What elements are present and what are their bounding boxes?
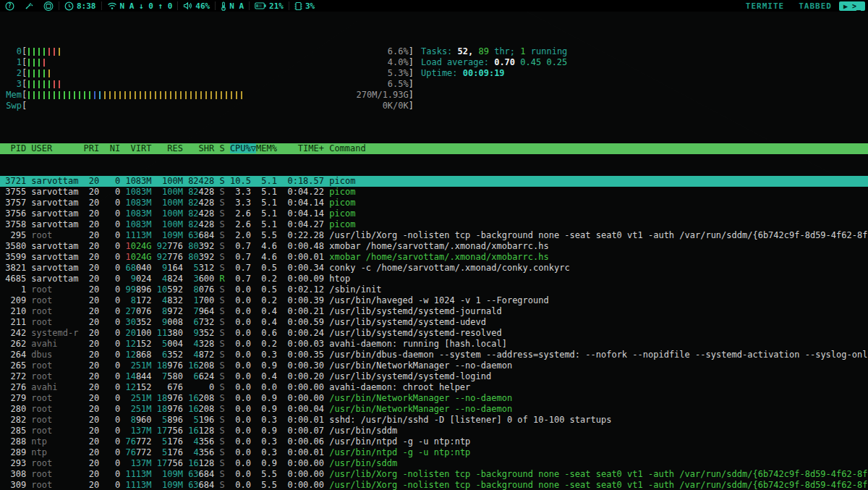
status-help: ? [0, 0, 20, 12]
process-row-282[interactable]: 282 root 20 0 8960 5896 5196 S 0.0 0.3 0… [0, 415, 868, 426]
process-row-3721[interactable]: 3721 sarvottam 20 0 1083M 100M 82428 S 1… [0, 176, 868, 187]
layout-tabbed-label[interactable]: TABBED [791, 1, 839, 11]
volume-text: 46% [195, 1, 210, 11]
plug-icon [25, 1, 33, 10]
process-row-288[interactable]: 288 ntp 20 0 76772 5176 4356 S 0.0 0.3 0… [0, 436, 868, 447]
terminal-window: 0[6.6%]1[4.0%]2[5.3%]3[6.5%]Mem[270M/1.9… [0, 12, 868, 490]
process-row-265[interactable]: 265 root 20 0 251M 18976 16208 S 0.0 0.9… [0, 360, 868, 371]
process-row-308[interactable]: 308 root 20 0 1113M 109M 63684 S 0.0 5.5… [0, 469, 868, 480]
status-volume: 46% [178, 0, 215, 12]
battery-icon [255, 2, 266, 9]
process-row-3599[interactable]: 3599 sarvottam 20 0 1024G 92776 80392 S … [0, 252, 868, 263]
process-row-289[interactable]: 289 ntp 20 0 76772 5176 4356 S 0.0 0.3 0… [0, 447, 868, 458]
wifi-icon [107, 1, 117, 10]
terminal-indicator-badge[interactable]: ▶ >_ [839, 1, 865, 11]
meters: 0[6.6%]1[4.0%]2[5.3%]3[6.5%]Mem[270M/1.9… [0, 46, 414, 111]
tasks-line-2: Uptime: 00:09:19 [421, 68, 868, 79]
meter-0: 0[6.6%] [4, 46, 414, 57]
table-header[interactable]: PID USER PRI NI VIRT RES SHR S CPU%▽MEM%… [0, 143, 868, 154]
column-header-cpu-sort[interactable]: CPU%▽ [230, 143, 256, 153]
meter-3: 3[6.5%] [4, 79, 414, 90]
process-row-3757[interactable]: 3757 sarvottam 20 0 1083M 100M 82428 S 3… [0, 198, 868, 208]
meter-2: 2[5.3%] [4, 68, 414, 79]
process-table: 3721 sarvottam 20 0 1083M 100M 82428 S 1… [0, 176, 868, 490]
status-clock: 8:38 [59, 0, 101, 12]
volume-icon [183, 1, 192, 10]
network-text: N A ↓ 0 ↑ 0 [120, 1, 173, 11]
process-row-295[interactable]: 295 root 20 0 1113M 109M 63684 S 2.0 5.5… [0, 230, 868, 241]
process-row-272[interactable]: 272 root 20 0 14844 7580 6624 S 0.0 0.4 … [0, 371, 868, 382]
meter-mem: Mem[270M/1.93G] [4, 90, 414, 101]
process-row-1[interactable]: 1 root 20 0 99896 10592 8076 S 0.0 0.5 0… [0, 284, 868, 295]
meter-swp: Swp[0K/0K] [4, 101, 414, 111]
layout-termite-label[interactable]: TERMITE [739, 1, 791, 11]
status-plug [20, 0, 38, 12]
memory-text: 3% [305, 1, 315, 11]
clock-icon [64, 1, 74, 11]
process-row-285[interactable]: 285 root 20 0 137M 17756 16128 S 0.0 0.9… [0, 426, 868, 436]
tasks-line-1: Load average: 0.70 0.45 0.25 [421, 57, 868, 68]
process-row-279[interactable]: 279 root 20 0 251M 18976 16208 S 0.0 0.9… [0, 393, 868, 404]
process-row-3755[interactable]: 3755 sarvottam 20 0 1083M 100M 82428 S 3… [0, 187, 868, 198]
thermometer-icon [221, 1, 226, 11]
process-row-264[interactable]: 264 dbus 20 0 12868 6352 4872 S 0.0 0.3 … [0, 350, 868, 360]
process-row-3580[interactable]: 3580 sarvottam 20 0 1024G 92776 80392 S … [0, 241, 868, 252]
status-battery: 21% [250, 0, 289, 12]
process-row-211[interactable]: 211 root 20 0 30352 9008 6732 S 0.0 0.4 … [0, 317, 868, 328]
process-row-210[interactable]: 210 root 20 0 27076 8972 7964 S 0.0 0.4 … [0, 306, 868, 317]
process-row-293[interactable]: 293 root 20 0 137M 17756 16128 S 0.0 0.9… [0, 458, 868, 469]
process-row-4685[interactable]: 4685 sarvottam 20 0 9024 4824 3600 R 0.7… [0, 274, 868, 284]
process-row-3756[interactable]: 3756 sarvottam 20 0 1083M 100M 82428 S 2… [0, 208, 868, 219]
process-row-3821[interactable]: 3821 sarvottam 20 0 68040 9164 5312 S 0.… [0, 263, 868, 274]
status-memory: 3% [289, 0, 320, 12]
process-row-242[interactable]: 242 systemd-r 20 0 20100 11380 9352 S 0.… [0, 328, 868, 339]
process-row-262[interactable]: 262 avahi 20 0 12152 5004 4328 S 0.0 0.2… [0, 339, 868, 350]
status-window [38, 0, 59, 12]
process-row-276[interactable]: 276 avahi 20 0 12152 676 0 S 0.0 0.0 0:0… [0, 382, 868, 393]
process-row-3758[interactable]: 3758 sarvottam 20 0 1083M 100M 82428 S 2… [0, 219, 868, 230]
process-row-280[interactable]: 280 root 20 0 251M 18976 16208 S 0.0 0.9… [0, 404, 868, 415]
status-temperature: N A [216, 0, 249, 12]
clock-text: 8:38 [77, 1, 96, 11]
status-bar: ? 8:38 N A ↓ 0 ↑ 0 46% N A [0, 0, 868, 12]
temperature-text: N A [229, 1, 244, 11]
process-row-209[interactable]: 209 root 20 0 8172 4832 1700 S 0.0 0.2 0… [0, 295, 868, 306]
tasks-panel: Tasks: 52, 89 thr; 1 runningLoad average… [414, 46, 868, 111]
svg-text:?: ? [8, 3, 12, 9]
tasks-line-0: Tasks: 52, 89 thr; 1 running [421, 46, 868, 57]
process-row-309[interactable]: 309 root 20 0 1113M 109M 63684 S 0.0 5.5… [0, 480, 868, 490]
help-circle-icon: ? [5, 1, 14, 11]
status-network: N A ↓ 0 ↑ 0 [102, 0, 178, 12]
meter-1: 1[4.0%] [4, 57, 414, 68]
chip-icon [294, 1, 302, 11]
battery-text: 21% [269, 1, 284, 11]
window-icon [43, 1, 54, 11]
